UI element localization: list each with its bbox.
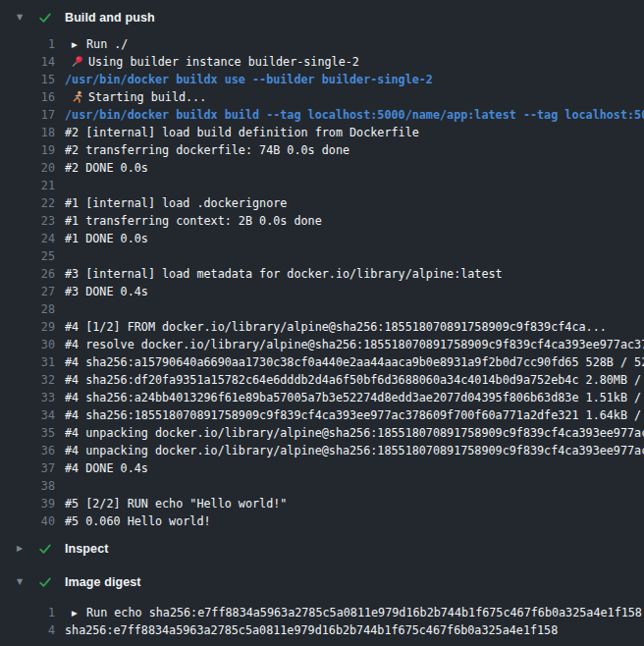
section-inspect: Inspect: [0, 539, 644, 559]
log-line: 18#2 [internal] load build definition fr…: [0, 124, 644, 141]
line-number[interactable]: 33: [0, 391, 55, 404]
log-text: Run echo sha256:e7ff8834a5963a2785c5a081…: [65, 606, 644, 619]
log-text: #4 unpacking docker.io/library/alpine@sh…: [65, 426, 644, 440]
pushpin-icon: [71, 55, 83, 68]
success-check-icon: [38, 542, 52, 556]
log-text: #4 sha256:a15790640a6690aa1730c38cf0a440…: [65, 355, 644, 369]
log-line: 15/usr/bin/docker buildx use --builder b…: [0, 71, 644, 88]
log-text: Starting build...: [65, 90, 644, 104]
log-line: 22#1 [internal] load .dockerignore: [0, 194, 644, 212]
runner-icon: [71, 90, 83, 103]
log-text: #3 [internal] load metadata for docker.i…: [65, 267, 644, 281]
log-text: #4 sha256:a24bb4013296f61e89ba57005a7b3e…: [65, 391, 644, 404]
log-line: 31#4 sha256:a15790640a6690aa1730c38cf0a4…: [0, 353, 644, 371]
log-line: 34#4 sha256:185518070891758909c9f839cf4c…: [0, 406, 644, 424]
log-text: #3 DONE 0.4s: [65, 285, 644, 298]
section-title: Image digest: [65, 575, 141, 589]
chevron-down-icon[interactable]: [17, 578, 27, 586]
line-number[interactable]: 40: [0, 514, 55, 528]
section-image-digest: Image digest 1Run echo sha256:e7ff8834a5…: [0, 572, 644, 639]
chevron-right-icon[interactable]: [17, 545, 27, 553]
log-line: 16Starting build...: [0, 88, 644, 106]
line-number[interactable]: 19: [0, 143, 55, 157]
line-number[interactable]: 29: [0, 320, 55, 334]
log-line: 29#4 [1/2] FROM docker.io/library/alpine…: [0, 318, 644, 336]
log-line: 39#5 [2/2] RUN echo "Hello world!": [0, 495, 644, 512]
log-text: [65, 179, 644, 192]
log-text: [65, 249, 644, 263]
expand-arrow-icon[interactable]: [65, 609, 86, 618]
log-line: 33#4 sha256:a24bb4013296f61e89ba57005a7b…: [0, 389, 644, 406]
section-header-image-digest[interactable]: Image digest: [0, 572, 644, 592]
log-lines-image-digest: 1Run echo sha256:e7ff8834a5963a2785c5a08…: [0, 604, 644, 639]
line-number[interactable]: 4: [0, 623, 55, 637]
chevron-down-icon[interactable]: [17, 14, 27, 22]
line-number[interactable]: 26: [0, 267, 55, 281]
line-number[interactable]: 28: [0, 302, 55, 316]
line-number[interactable]: 16: [0, 90, 55, 104]
expand-arrow-icon[interactable]: [65, 40, 86, 49]
log-line: 4sha256:e7ff8834a5963a2785c5a0811e979d16…: [0, 621, 644, 639]
line-number[interactable]: 38: [0, 479, 55, 493]
line-number[interactable]: 23: [0, 214, 55, 228]
line-number[interactable]: 17: [0, 108, 55, 122]
log-line: 40#5 0.060 Hello world!: [0, 512, 644, 530]
line-number[interactable]: 36: [0, 444, 55, 458]
log-line: 30#4 resolve docker.io/library/alpine@sh…: [0, 336, 644, 353]
line-number[interactable]: 1: [0, 606, 55, 619]
log-line: 1Run ./: [0, 35, 644, 53]
log-text: #2 [internal] load build definition from…: [65, 126, 644, 139]
log-line: 32#4 sha256:df20fa9351a15782c64e6dddb2d4…: [0, 371, 644, 389]
line-number[interactable]: 31: [0, 355, 55, 369]
log-line: 26#3 [internal] load metadata for docker…: [0, 265, 644, 283]
log-line: 1Run echo sha256:e7ff8834a5963a2785c5a08…: [0, 604, 644, 621]
log-text: /usr/bin/docker buildx use --builder bui…: [65, 73, 644, 86]
log-text: /usr/bin/docker buildx build --tag local…: [65, 108, 644, 122]
section-title: Inspect: [65, 542, 108, 556]
log-line: 36#4 unpacking docker.io/library/alpine@…: [0, 442, 644, 459]
log-line: 21: [0, 177, 644, 194]
success-check-icon: [38, 575, 52, 589]
log-line: 20#2 DONE 0.0s: [0, 159, 644, 177]
line-number[interactable]: 27: [0, 285, 55, 298]
line-number[interactable]: 34: [0, 408, 55, 422]
line-number[interactable]: 35: [0, 426, 55, 440]
section-header-build-and-push[interactable]: Build and push: [0, 8, 644, 27]
line-number[interactable]: 18: [0, 126, 55, 139]
line-number[interactable]: 30: [0, 338, 55, 351]
line-number[interactable]: 21: [0, 179, 55, 192]
section-title: Build and push: [65, 11, 155, 25]
line-number[interactable]: 15: [0, 73, 55, 86]
success-check-icon: [38, 11, 52, 25]
log-lines-build-and-push: 1Run ./14Using builder instance builder-…: [0, 35, 644, 530]
log-text: #2 transferring dockerfile: 74B 0.0s don…: [65, 143, 644, 157]
log-text: #4 [1/2] FROM docker.io/library/alpine@s…: [65, 320, 644, 334]
section-header-inspect[interactable]: Inspect: [0, 539, 644, 559]
line-number[interactable]: 1: [0, 37, 55, 51]
log-text: [65, 302, 644, 316]
line-number[interactable]: 37: [0, 461, 55, 475]
log-line: 19#2 transferring dockerfile: 74B 0.0s d…: [0, 141, 644, 159]
section-build-and-push: Build and push 1Run ./14Using builder in…: [0, 8, 644, 530]
log-text: #1 [internal] load .dockerignore: [65, 196, 644, 210]
log-line: 24#1 DONE 0.0s: [0, 230, 644, 247]
log-text: Run ./: [65, 37, 644, 51]
line-number[interactable]: 20: [0, 161, 55, 175]
log-text: #5 0.060 Hello world!: [65, 514, 644, 528]
log-line: 27#3 DONE 0.4s: [0, 283, 644, 300]
log-line: 35#4 unpacking docker.io/library/alpine@…: [0, 424, 644, 442]
log-line: 37#4 DONE 0.4s: [0, 459, 644, 477]
line-number[interactable]: 24: [0, 232, 55, 245]
line-number[interactable]: 22: [0, 196, 55, 210]
log-text: #1 transferring context: 2B 0.0s done: [65, 214, 644, 228]
line-number[interactable]: 39: [0, 497, 55, 511]
line-number[interactable]: 14: [0, 55, 55, 69]
line-number[interactable]: 32: [0, 373, 55, 387]
log-text: #2 DONE 0.0s: [65, 161, 644, 175]
log-text: #4 sha256:df20fa9351a15782c64e6dddb2d4a6…: [65, 373, 644, 387]
line-number[interactable]: 25: [0, 249, 55, 263]
log-line: 23#1 transferring context: 2B 0.0s done: [0, 212, 644, 230]
log-line: 25: [0, 247, 644, 265]
log-text: #4 resolve docker.io/library/alpine@sha2…: [65, 338, 644, 351]
log-line: 28: [0, 300, 644, 318]
